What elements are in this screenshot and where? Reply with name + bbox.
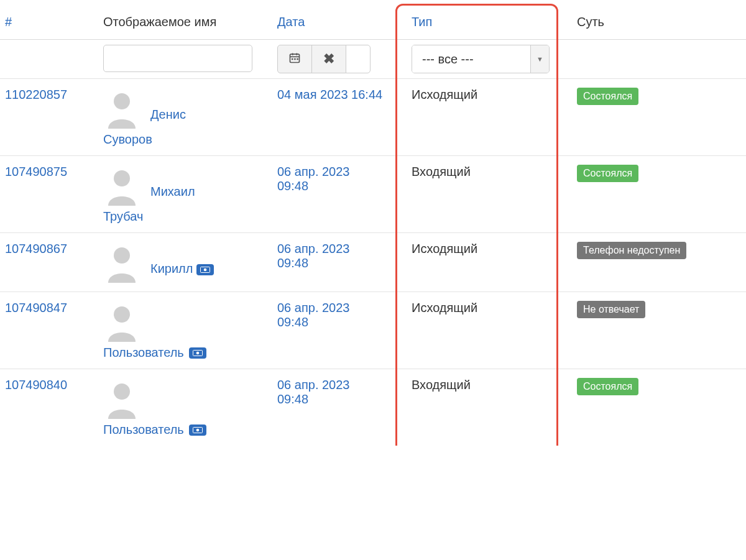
close-icon: ✖ <box>323 51 334 67</box>
svg-point-30 <box>196 351 199 354</box>
avatar <box>103 165 140 206</box>
status-badge: Не отвечает <box>577 301 645 318</box>
row-first-name[interactable]: Кирилл <box>150 262 193 275</box>
status-badge: Состоялся <box>577 378 638 395</box>
row-first-name[interactable]: Михаил <box>150 185 195 198</box>
svg-rect-5 <box>294 58 296 60</box>
row-type: Исходящий <box>412 88 477 101</box>
row-last-name[interactable]: Пользователь <box>103 346 184 360</box>
row-last-name[interactable]: Суворов <box>103 132 152 147</box>
table-row: 107490840 Пользователь <box>0 369 746 446</box>
svg-point-19 <box>114 247 130 264</box>
row-last-name[interactable]: Пользователь <box>103 423 184 437</box>
clear-date-button[interactable]: ✖ <box>311 45 346 73</box>
chevron-down-icon: ▼ <box>536 55 543 63</box>
svg-rect-6 <box>297 58 298 60</box>
calendar-button[interactable] <box>277 45 312 73</box>
row-date[interactable]: 06 апр. 2023 09:48 <box>277 378 383 406</box>
svg-point-31 <box>114 383 130 400</box>
row-type: Исходящий <box>412 301 477 314</box>
table-row: 107490867 Кирилл <box>0 233 746 292</box>
avatar <box>103 301 140 342</box>
svg-point-13 <box>114 170 130 186</box>
header-row: # Отображаемое имя Дата Тип Суть <box>0 0 746 40</box>
name-filter-input[interactable] <box>103 45 252 72</box>
table-row: 107490847 Пользователь <box>0 292 746 369</box>
header-id[interactable]: # <box>5 15 12 29</box>
row-id-link[interactable]: 107490875 <box>5 165 67 178</box>
calls-table: # Отображаемое имя Дата Тип Суть <box>0 0 746 446</box>
type-filter-value: --- все --- <box>422 52 474 67</box>
row-date[interactable]: 06 апр. 2023 09:48 <box>277 242 383 270</box>
status-badge: Телефон недоступен <box>577 242 686 259</box>
row-id-link[interactable]: 107490840 <box>5 378 67 392</box>
calendar-icon <box>288 52 301 67</box>
row-id-link[interactable]: 107490847 <box>5 301 67 314</box>
money-badge-icon <box>196 264 214 275</box>
header-name: Отображаемое имя <box>103 15 216 29</box>
status-badge: Состоялся <box>577 165 638 182</box>
svg-rect-0 <box>290 54 300 62</box>
row-date[interactable]: 06 апр. 2023 09:48 <box>277 301 383 329</box>
row-date[interactable]: 04 мая 2023 16:44 <box>277 88 382 102</box>
row-date[interactable]: 06 апр. 2023 09:48 <box>277 165 383 193</box>
table-row: 107490875 Михаил Трубач <box>0 156 746 233</box>
row-type: Исходящий <box>412 242 477 255</box>
row-type: Входящий <box>412 378 471 392</box>
svg-point-25 <box>114 306 130 323</box>
type-filter-select[interactable]: --- все --- ▼ <box>412 45 550 73</box>
row-id-link[interactable]: 107490867 <box>5 242 67 255</box>
svg-point-7 <box>114 93 130 109</box>
avatar <box>103 378 140 419</box>
row-id-link[interactable]: 110220857 <box>5 88 67 101</box>
header-date[interactable]: Дата <box>277 15 305 29</box>
header-status: Суть <box>577 15 604 29</box>
date-extra-button[interactable] <box>346 45 371 73</box>
avatar <box>103 88 140 129</box>
avatar <box>103 242 140 283</box>
svg-point-22 <box>204 268 207 271</box>
money-badge-icon <box>189 425 206 436</box>
status-badge: Состоялся <box>577 88 638 105</box>
money-badge-icon <box>189 347 206 359</box>
row-type: Входящий <box>412 165 471 178</box>
svg-point-36 <box>196 428 199 431</box>
table-row: 110220857 Денис Суворов <box>0 79 746 156</box>
row-last-name[interactable]: Трубач <box>103 209 143 224</box>
filter-row: ✖ --- все --- ▼ <box>0 40 746 79</box>
svg-rect-4 <box>292 58 293 60</box>
row-first-name[interactable]: Денис <box>150 108 186 121</box>
header-type[interactable]: Тип <box>412 15 432 29</box>
